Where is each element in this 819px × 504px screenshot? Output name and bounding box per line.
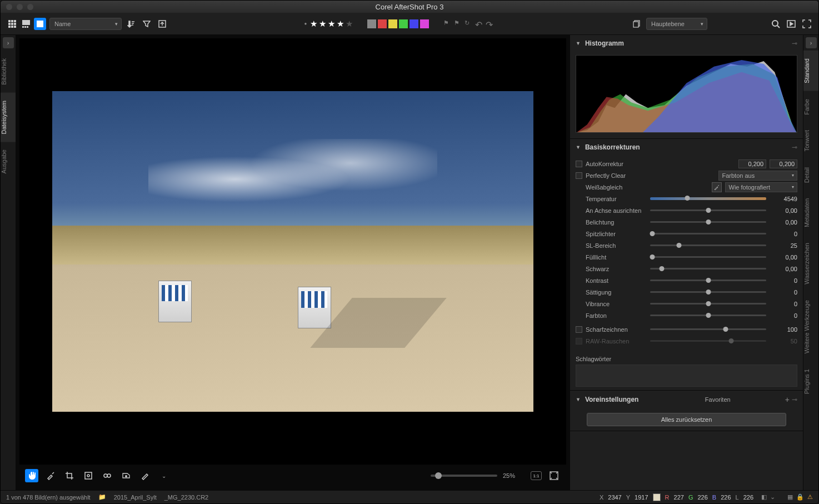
status-palette-icon[interactable]: ◧ [761, 493, 767, 501]
pin-icon[interactable]: ⊸ [792, 39, 797, 47]
star-4[interactable]: ★ [337, 19, 344, 29]
maximize-window-icon[interactable] [27, 4, 33, 10]
flag-pick-icon[interactable]: ⚑ [443, 19, 452, 28]
sharpen-checkbox[interactable] [576, 326, 582, 333]
status-dropdown-icon[interactable]: ⌄ [770, 493, 775, 501]
filter-button[interactable] [141, 18, 153, 30]
svg-rect-16 [633, 22, 638, 27]
layers-icon[interactable] [631, 18, 643, 30]
brush-tool-button[interactable] [138, 469, 152, 482]
undo-icon[interactable]: ↶ [475, 19, 484, 28]
status-warning-icon[interactable]: ⚠ [807, 493, 813, 501]
minimize-window-icon[interactable] [17, 4, 23, 10]
flag-reject-icon[interactable]: ⚑ [454, 19, 463, 28]
tab-library[interactable]: Bibliothek [1, 51, 16, 93]
star-5[interactable]: ★ [346, 19, 353, 29]
tab-filesystem[interactable]: Dateisystem [1, 93, 16, 142]
slider-label: Schwarz [586, 266, 647, 272]
slider-track[interactable] [650, 197, 766, 200]
sort-direction-button[interactable] [125, 18, 137, 30]
add-preset-button[interactable]: + [785, 395, 790, 404]
slider-track[interactable] [650, 315, 766, 316]
more-tools-button[interactable]: ⌄ [157, 469, 171, 482]
star-rating[interactable]: ★ ★ ★ ★ ★ [310, 19, 353, 29]
zoom-slider[interactable] [431, 475, 497, 477]
auto-v2[interactable]: 0,200 [770, 159, 797, 168]
pin-icon[interactable]: ⊸ [792, 143, 797, 151]
zoom-100-button[interactable]: 1:1 [531, 471, 542, 480]
heal-tool-button[interactable] [101, 469, 114, 482]
slideshow-icon[interactable] [785, 18, 797, 30]
presets-header[interactable]: ▼ Voreinstellungen Favoriten + ⊸ [570, 391, 803, 408]
color-label-red[interactable] [378, 19, 387, 28]
tab-output[interactable]: Ausgabe [1, 142, 16, 181]
grid-view-button[interactable] [6, 18, 18, 30]
slider-track[interactable] [650, 303, 766, 305]
status-lock-icon[interactable]: 🔒 [796, 493, 804, 501]
slider-track[interactable] [650, 244, 766, 246]
auto-correct-checkbox[interactable] [576, 161, 582, 167]
slider-track[interactable] [650, 221, 766, 223]
wb-dropdown[interactable]: Wie fotografiert [725, 182, 798, 192]
expand-right-button[interactable]: › [806, 37, 817, 48]
slider-label: Temperatur [586, 196, 647, 202]
redeye-tool-button[interactable] [119, 469, 133, 482]
slider-track[interactable] [650, 256, 766, 258]
sharpen-slider[interactable] [650, 328, 766, 330]
tab-metadata[interactable]: Metadaten [803, 191, 818, 235]
histogram-display [576, 55, 797, 133]
filename: _MG_2230.CR2 [164, 494, 209, 501]
slider-track[interactable] [650, 291, 766, 293]
import-button[interactable] [156, 18, 168, 30]
selection-status: 1 von 478 Bild(ern) ausgewählt [6, 494, 91, 501]
close-window-icon[interactable] [6, 4, 12, 10]
search-icon[interactable] [770, 18, 782, 30]
collapse-icon: ▼ [576, 41, 581, 46]
tab-more-tools[interactable]: Weitere Werkzeuge [803, 292, 818, 361]
perfectly-clear-checkbox[interactable] [576, 172, 582, 179]
tab-tone[interactable]: Tonwert [803, 122, 818, 159]
raw-noise-checkbox[interactable] [576, 338, 582, 345]
image-canvas[interactable] [19, 38, 566, 465]
presets-dropdown[interactable]: Favoriten [705, 396, 783, 403]
tab-detail[interactable]: Detail [803, 159, 818, 191]
tab-watermark[interactable]: Wasserzeichen [803, 235, 818, 292]
layer-dropdown[interactable]: Hauptebene [646, 18, 707, 30]
pin-icon[interactable]: ⊸ [792, 396, 797, 403]
star-1[interactable]: ★ [310, 19, 317, 29]
single-view-button[interactable] [34, 18, 46, 30]
wb-picker-icon[interactable] [712, 182, 722, 192]
crop-tool-button[interactable] [63, 469, 76, 482]
redo-icon[interactable]: ↷ [486, 19, 495, 28]
status-grid-icon[interactable]: ▦ [787, 493, 793, 501]
tab-plugins[interactable]: Plugins 1 [803, 361, 818, 402]
filmstrip-view-button[interactable] [20, 18, 32, 30]
tab-standard[interactable]: Standard [803, 51, 818, 91]
histogram-header[interactable]: ▼ Histogramm ⊸ [570, 35, 803, 52]
color-label-magenta[interactable] [420, 19, 429, 28]
fullscreen-icon[interactable] [801, 18, 813, 30]
eyedropper-tool-button[interactable] [44, 469, 57, 482]
expand-left-button[interactable]: › [3, 37, 14, 48]
pan-tool-button[interactable] [25, 469, 38, 482]
slider-track[interactable] [650, 209, 766, 211]
reset-all-button[interactable]: Alles zurücksetzen [587, 413, 786, 426]
slider-track[interactable] [650, 268, 766, 270]
color-label-grey[interactable] [367, 19, 376, 28]
basic-corrections-header[interactable]: ▼ Basiskorrekturen ⊸ [570, 139, 803, 156]
color-label-yellow[interactable] [388, 19, 397, 28]
auto-v1[interactable]: 0,200 [738, 159, 766, 168]
star-3[interactable]: ★ [328, 19, 335, 29]
star-2[interactable]: ★ [319, 19, 326, 29]
slider-track[interactable] [650, 280, 766, 281]
straighten-tool-button[interactable] [82, 469, 95, 482]
zoom-fit-button[interactable] [547, 469, 561, 482]
slider-track[interactable] [650, 233, 766, 234]
perfectly-clear-dropdown[interactable]: Farbton aus [718, 171, 798, 181]
rotate-icon[interactable]: ↻ [465, 19, 473, 28]
keywords-input[interactable] [576, 365, 797, 387]
color-label-green[interactable] [399, 19, 408, 28]
sort-dropdown[interactable]: Name [49, 18, 122, 30]
color-label-blue[interactable] [410, 19, 418, 28]
tab-color[interactable]: Farbe [803, 91, 818, 123]
